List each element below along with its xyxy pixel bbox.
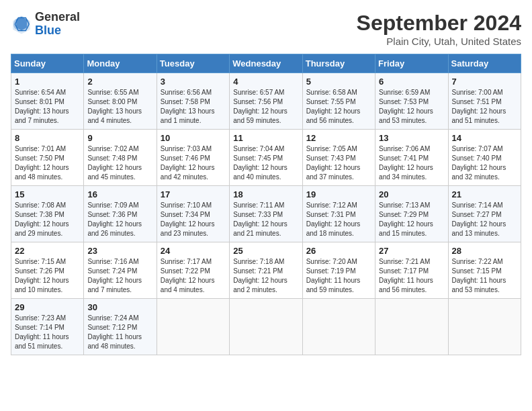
day-info: Sunrise: 6:59 AMSunset: 7:53 PMDaylight:… [379,88,444,126]
day-info: Sunrise: 7:03 AMSunset: 7:46 PMDaylight:… [161,144,226,182]
day-info: Sunrise: 6:54 AMSunset: 8:01 PMDaylight:… [15,88,80,126]
calendar-day-cell: 1Sunrise: 6:54 AMSunset: 8:01 PMDaylight… [11,73,84,130]
calendar-week-row: 1Sunrise: 6:54 AMSunset: 8:01 PMDaylight… [11,73,521,130]
day-number: 11 [233,133,298,143]
day-number: 22 [15,246,80,256]
day-info: Sunrise: 7:06 AMSunset: 7:41 PMDaylight:… [379,144,444,182]
day-info: Sunrise: 7:16 AMSunset: 7:24 PMDaylight:… [87,257,152,295]
day-info: Sunrise: 7:21 AMSunset: 7:17 PMDaylight:… [379,257,444,295]
day-header-wednesday: Wednesday [230,54,302,73]
day-info: Sunrise: 7:01 AMSunset: 7:50 PMDaylight:… [15,144,80,182]
logo-general: General [35,10,80,24]
day-info: Sunrise: 7:22 AMSunset: 7:15 PMDaylight:… [452,257,517,295]
calendar-day-cell: 22Sunrise: 7:15 AMSunset: 7:26 PMDayligh… [11,242,84,299]
calendar-day-cell: 23Sunrise: 7:16 AMSunset: 7:24 PMDayligh… [84,242,157,299]
day-header-tuesday: Tuesday [157,54,229,73]
day-info: Sunrise: 7:11 AMSunset: 7:33 PMDaylight:… [233,201,298,238]
day-number: 18 [233,189,298,199]
empty-cell [230,299,302,355]
day-number: 24 [161,246,226,256]
day-info: Sunrise: 7:13 AMSunset: 7:29 PMDaylight:… [379,201,444,238]
calendar-day-cell: 25Sunrise: 7:18 AMSunset: 7:21 PMDayligh… [230,242,302,299]
day-number: 9 [87,133,152,143]
day-number: 10 [161,133,226,143]
logo-text: General Blue [35,11,80,38]
day-info: Sunrise: 7:00 AMSunset: 7:51 PMDaylight:… [452,88,517,126]
day-header-monday: Monday [84,54,157,73]
empty-cell [448,299,521,355]
calendar-day-cell: 29Sunrise: 7:23 AMSunset: 7:14 PMDayligh… [11,299,84,355]
month-title: September 2024 [357,11,521,36]
day-number: 14 [452,133,517,143]
day-number: 2 [87,77,152,87]
day-info: Sunrise: 6:56 AMSunset: 7:58 PMDaylight:… [161,88,226,126]
calendar-day-cell: 24Sunrise: 7:17 AMSunset: 7:22 PMDayligh… [157,242,229,299]
empty-cell [302,299,375,355]
calendar-day-cell: 26Sunrise: 7:20 AMSunset: 7:19 PMDayligh… [302,242,375,299]
calendar-day-cell: 27Sunrise: 7:21 AMSunset: 7:17 PMDayligh… [375,242,448,299]
day-info: Sunrise: 7:07 AMSunset: 7:40 PMDaylight:… [452,144,517,182]
day-number: 1 [15,77,80,87]
calendar-day-cell: 18Sunrise: 7:11 AMSunset: 7:33 PMDayligh… [230,186,302,242]
day-number: 21 [452,189,517,199]
calendar-day-cell: 14Sunrise: 7:07 AMSunset: 7:40 PMDayligh… [448,130,521,186]
calendar-day-cell: 21Sunrise: 7:14 AMSunset: 7:27 PMDayligh… [448,186,521,242]
calendar-day-cell: 5Sunrise: 6:58 AMSunset: 7:55 PMDaylight… [302,73,375,130]
day-info: Sunrise: 7:24 AMSunset: 7:12 PMDaylight:… [87,314,152,351]
day-header-saturday: Saturday [448,54,521,73]
day-number: 16 [87,189,152,199]
day-info: Sunrise: 7:12 AMSunset: 7:31 PMDaylight:… [306,201,371,238]
calendar-day-cell: 19Sunrise: 7:12 AMSunset: 7:31 PMDayligh… [302,186,375,242]
day-info: Sunrise: 6:55 AMSunset: 8:00 PMDaylight:… [87,88,152,126]
calendar-day-cell: 11Sunrise: 7:04 AMSunset: 7:45 PMDayligh… [230,130,302,186]
calendar-day-cell: 3Sunrise: 6:56 AMSunset: 7:58 PMDaylight… [157,73,229,130]
day-number: 8 [15,133,80,143]
calendar-day-cell: 6Sunrise: 6:59 AMSunset: 7:53 PMDaylight… [375,73,448,130]
day-number: 25 [233,246,298,256]
day-number: 20 [379,189,444,199]
day-info: Sunrise: 7:23 AMSunset: 7:14 PMDaylight:… [15,314,80,351]
calendar-week-row: 22Sunrise: 7:15 AMSunset: 7:26 PMDayligh… [11,242,521,299]
calendar-day-cell: 20Sunrise: 7:13 AMSunset: 7:29 PMDayligh… [375,186,448,242]
day-number: 29 [15,302,80,312]
day-number: 7 [452,77,517,87]
logo-blue: Blue [35,24,61,37]
empty-cell [375,299,448,355]
calendar-table: SundayMondayTuesdayWednesdayThursdayFrid… [11,54,521,355]
calendar-week-row: 15Sunrise: 7:08 AMSunset: 7:38 PMDayligh… [11,186,521,242]
day-header-friday: Friday [375,54,448,73]
day-info: Sunrise: 7:14 AMSunset: 7:27 PMDaylight:… [452,201,517,238]
day-info: Sunrise: 7:17 AMSunset: 7:22 PMDaylight:… [161,257,226,295]
page-header: General Blue September 2024 Plain City, … [11,11,521,47]
calendar-day-cell: 4Sunrise: 6:57 AMSunset: 7:56 PMDaylight… [230,73,302,130]
calendar-header-row: SundayMondayTuesdayWednesdayThursdayFrid… [11,54,521,73]
calendar-day-cell: 2Sunrise: 6:55 AMSunset: 8:00 PMDaylight… [84,73,157,130]
day-number: 4 [233,77,298,87]
calendar-day-cell: 15Sunrise: 7:08 AMSunset: 7:38 PMDayligh… [11,186,84,242]
day-info: Sunrise: 6:58 AMSunset: 7:55 PMDaylight:… [306,88,371,126]
day-number: 17 [161,189,226,199]
calendar-day-cell: 16Sunrise: 7:09 AMSunset: 7:36 PMDayligh… [84,186,157,242]
calendar-day-cell: 13Sunrise: 7:06 AMSunset: 7:41 PMDayligh… [375,130,448,186]
day-info: Sunrise: 7:10 AMSunset: 7:34 PMDaylight:… [161,201,226,238]
day-number: 23 [87,246,152,256]
calendar-day-cell: 10Sunrise: 7:03 AMSunset: 7:46 PMDayligh… [157,130,229,186]
day-info: Sunrise: 7:20 AMSunset: 7:19 PMDaylight:… [306,257,371,295]
calendar-day-cell: 7Sunrise: 7:00 AMSunset: 7:51 PMDaylight… [448,73,521,130]
day-number: 28 [452,246,517,256]
day-number: 13 [379,133,444,143]
location-title: Plain City, Utah, United States [357,36,521,47]
day-number: 15 [15,189,80,199]
day-number: 3 [161,77,226,87]
logo-icon [11,13,32,35]
day-info: Sunrise: 7:18 AMSunset: 7:21 PMDaylight:… [233,257,298,295]
day-info: Sunrise: 7:02 AMSunset: 7:48 PMDaylight:… [87,144,152,182]
calendar-week-row: 29Sunrise: 7:23 AMSunset: 7:14 PMDayligh… [11,299,521,355]
calendar-day-cell: 9Sunrise: 7:02 AMSunset: 7:48 PMDaylight… [84,130,157,186]
calendar-week-row: 8Sunrise: 7:01 AMSunset: 7:50 PMDaylight… [11,130,521,186]
day-info: Sunrise: 6:57 AMSunset: 7:56 PMDaylight:… [233,88,298,126]
calendar-day-cell: 8Sunrise: 7:01 AMSunset: 7:50 PMDaylight… [11,130,84,186]
calendar-day-cell: 28Sunrise: 7:22 AMSunset: 7:15 PMDayligh… [448,242,521,299]
day-number: 26 [306,246,371,256]
day-info: Sunrise: 7:09 AMSunset: 7:36 PMDaylight:… [87,201,152,238]
